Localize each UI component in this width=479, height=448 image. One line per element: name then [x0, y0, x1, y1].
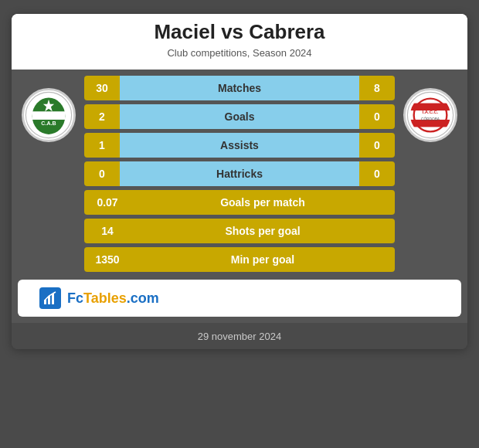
stat-row-min-per-goal: 1350 Min per goal: [84, 247, 395, 272]
stat-row-assists: 1 Assists 0: [84, 133, 395, 158]
card: Maciel vs Cabrera Club competitions, Sea…: [0, 0, 479, 448]
goals-per-match-val: 0.07: [84, 190, 131, 215]
fctables-banner: FcTables.com: [18, 280, 461, 317]
goals-right-val: 0: [359, 104, 395, 129]
svg-rect-15: [52, 294, 54, 304]
hattricks-right-val: 0: [359, 161, 395, 186]
svg-text:C.A.B: C.A.B: [41, 120, 56, 127]
stat-row-goals-per-match: 0.07 Goals per match: [84, 190, 395, 215]
right-team-crest: I.A.C.C. CÓRDOBA: [406, 90, 455, 140]
stat-row-shots-per-goal: 14 Shots per goal: [84, 219, 395, 243]
svg-text:I.A.C.C.: I.A.C.C.: [422, 110, 438, 114]
assists-label: Assists: [120, 133, 359, 158]
goals-label: Goals: [120, 104, 359, 129]
assists-right-val: 0: [359, 133, 395, 158]
header-block: Maciel vs Cabrera Club competitions, Sea…: [12, 14, 467, 70]
fctables-label: FcTables.com: [67, 290, 159, 307]
left-team-logo: C.A.B: [18, 76, 80, 142]
goals-left-val: 2: [84, 104, 120, 129]
stat-row-hattricks: 0 Hattricks 0: [84, 161, 395, 186]
shots-per-goal-val: 14: [84, 219, 131, 243]
match-subtitle: Club competitions, Season 2024: [12, 46, 467, 65]
svg-rect-7: [410, 95, 450, 135]
assists-left-val: 1: [84, 133, 120, 158]
date-footer: 29 november 2024: [12, 323, 467, 349]
hattricks-left-val: 0: [84, 161, 120, 186]
shots-per-goal-label: Shots per goal: [131, 219, 395, 243]
svg-rect-13: [44, 300, 46, 304]
left-team-crest: C.A.B: [24, 90, 73, 140]
goals-per-match-label: Goals per match: [131, 190, 395, 215]
main-area: C.A.B 30 Matches 8 2 Goals: [12, 70, 467, 323]
hattricks-label: Hattricks: [120, 161, 359, 186]
svg-rect-2: [32, 111, 66, 120]
content-wrapper: Maciel vs Cabrera Club competitions, Sea…: [12, 14, 467, 349]
chart-icon: [42, 290, 58, 306]
matches-left-val: 30: [84, 76, 120, 100]
teams-row: C.A.B 30 Matches 8 2 Goals: [18, 76, 461, 272]
left-logo-circle: C.A.B: [22, 88, 76, 142]
fctables-icon: [39, 287, 61, 309]
stat-row-goals: 2 Goals 0: [84, 104, 395, 129]
matches-right-val: 8: [359, 76, 395, 100]
matches-label: Matches: [120, 76, 359, 100]
stats-column: 30 Matches 8 2 Goals 0 1 Assists 0: [80, 76, 399, 272]
right-team-logo: I.A.C.C. CÓRDOBA: [399, 76, 461, 142]
stat-row-matches: 30 Matches 8: [84, 76, 395, 100]
svg-text:CÓRDOBA: CÓRDOBA: [421, 117, 440, 121]
min-per-goal-label: Min per goal: [131, 247, 395, 272]
right-logo-circle: I.A.C.C. CÓRDOBA: [403, 88, 457, 142]
date-label: 29 november 2024: [198, 331, 281, 342]
min-per-goal-val: 1350: [84, 247, 131, 272]
match-title: Maciel vs Cabrera: [12, 14, 467, 46]
